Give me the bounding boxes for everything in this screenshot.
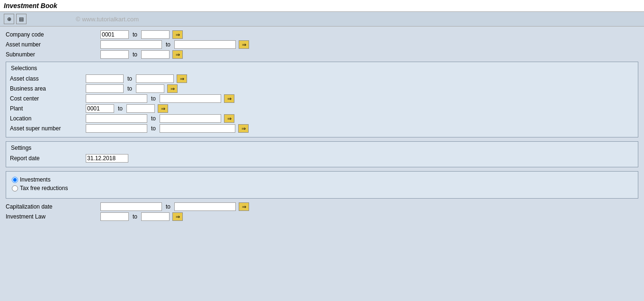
selections-title: Selections — [10, 65, 634, 72]
asset-class-to-input[interactable] — [136, 74, 174, 83]
asset-super-number-label: Asset super number — [10, 125, 86, 132]
location-input[interactable] — [86, 114, 147, 123]
toolbar-btn-1[interactable]: ⊕ — [4, 14, 14, 24]
top-fields: Company code to ⇒ Asset number to ⇒ Subn… — [6, 30, 638, 59]
plant-row: Plant to ⇒ — [10, 104, 634, 113]
report-date-row: Report date — [10, 154, 634, 163]
settings-title: Settings — [10, 145, 634, 151]
investments-radio-row: Investments — [12, 176, 632, 183]
selections-group: Selections Asset class to ⇒ Business are… — [6, 62, 638, 137]
bottom-fields: Capitalization date to ⇒ Investment Law … — [6, 202, 638, 221]
asset-super-number-input[interactable] — [86, 124, 147, 133]
subnumber-label: Subnumber — [6, 51, 100, 58]
cost-center-to-input[interactable] — [160, 94, 221, 103]
location-row: Location to ⇒ — [10, 114, 634, 123]
asset-super-number-row: Asset super number to ⇒ — [10, 124, 634, 133]
tax-free-radio-row: Tax free reductions — [12, 185, 632, 192]
business-area-input[interactable] — [86, 84, 124, 93]
toolbar-btn-2[interactable]: ▤ — [16, 14, 27, 24]
capitalization-date-label: Capitalization date — [6, 203, 100, 210]
business-area-arrow-btn[interactable]: ⇒ — [167, 84, 178, 93]
company-code-label: Company code — [6, 31, 100, 38]
company-code-row: Company code to ⇒ — [6, 30, 638, 39]
subnumber-to-input[interactable] — [141, 50, 170, 59]
toolbar: ⊕ ▤ © www.tutorialkart.com — [0, 12, 644, 27]
company-code-input[interactable] — [100, 30, 129, 39]
tax-free-radio-label: Tax free reductions — [20, 185, 68, 192]
cost-center-row: Cost center to ⇒ — [10, 94, 634, 103]
asset-class-arrow-btn[interactable]: ⇒ — [177, 74, 187, 83]
report-date-label: Report date — [10, 155, 86, 162]
business-area-to-input[interactable] — [136, 84, 164, 93]
investment-law-input[interactable] — [100, 212, 129, 221]
location-arrow-btn[interactable]: ⇒ — [224, 114, 234, 123]
plant-arrow-btn[interactable]: ⇒ — [158, 104, 168, 113]
report-date-input[interactable] — [86, 154, 128, 163]
subnumber-row: Subnumber to ⇒ — [6, 50, 638, 59]
cost-center-input[interactable] — [86, 94, 147, 103]
asset-number-row: Asset number to ⇒ — [6, 40, 638, 49]
business-area-label: Business area — [10, 85, 86, 92]
subnumber-arrow-btn[interactable]: ⇒ — [172, 50, 183, 59]
main-content: Company code to ⇒ Asset number to ⇒ Subn… — [0, 27, 644, 299]
investment-law-label: Investment Law — [6, 213, 100, 220]
plant-input[interactable] — [86, 104, 114, 113]
investment-law-arrow-btn[interactable]: ⇒ — [172, 212, 183, 221]
location-label: Location — [10, 115, 86, 122]
capitalization-date-row: Capitalization date to ⇒ — [6, 202, 638, 211]
subnumber-input[interactable] — [100, 50, 129, 59]
radio-group: Investments Tax free reductions — [6, 171, 638, 199]
title-bar: Investment Book — [0, 0, 644, 12]
location-to-input[interactable] — [160, 114, 221, 123]
company-code-arrow-btn[interactable]: ⇒ — [172, 30, 183, 39]
capitalization-date-input[interactable] — [100, 202, 162, 211]
watermark: © www.tutorialkart.com — [76, 16, 139, 23]
asset-super-number-to-input[interactable] — [160, 124, 235, 133]
settings-group: Settings Report date — [6, 141, 638, 167]
asset-class-label: Asset class — [10, 75, 86, 82]
capitalization-date-to-input[interactable] — [174, 202, 236, 211]
tax-free-radio[interactable] — [12, 185, 18, 192]
cost-center-label: Cost center — [10, 95, 86, 102]
investments-radio[interactable] — [12, 177, 18, 183]
asset-class-input[interactable] — [86, 74, 124, 83]
investments-radio-label: Investments — [20, 176, 51, 183]
company-code-to-input[interactable] — [141, 30, 170, 39]
asset-number-arrow-btn[interactable]: ⇒ — [239, 40, 249, 49]
plant-label: Plant — [10, 105, 86, 112]
plant-to-input[interactable] — [126, 104, 155, 113]
capitalization-date-arrow-btn[interactable]: ⇒ — [239, 202, 249, 211]
asset-super-number-arrow-btn[interactable]: ⇒ — [238, 124, 249, 133]
business-area-row: Business area to ⇒ — [10, 84, 634, 93]
investment-law-row: Investment Law to ⇒ — [6, 212, 638, 221]
asset-number-to-input[interactable] — [174, 40, 236, 49]
asset-number-label: Asset number — [6, 41, 100, 48]
cost-center-arrow-btn[interactable]: ⇒ — [224, 94, 234, 103]
investment-law-to-input[interactable] — [141, 212, 170, 221]
asset-number-input[interactable] — [100, 40, 162, 49]
app-title: Investment Book — [4, 2, 57, 9]
asset-class-row: Asset class to ⇒ — [10, 74, 634, 83]
